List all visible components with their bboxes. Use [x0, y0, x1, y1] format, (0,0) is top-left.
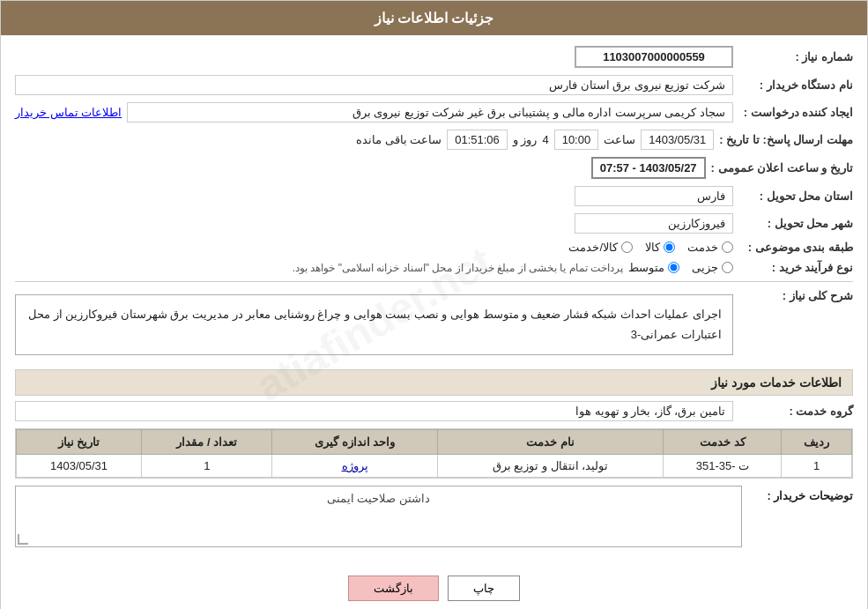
- city-row: شهر محل تحویل : فیروزکارزین: [15, 213, 853, 234]
- deadline-row: مهلت ارسال پاسخ: تا تاریخ : 1403/05/31 س…: [15, 130, 853, 150]
- purchase-type-radio-group: جزیی متوسط: [628, 261, 733, 274]
- creator-contact-link[interactable]: اطلاعات تماس خریدار: [15, 106, 122, 119]
- purchase-type-jozii-input[interactable]: [722, 262, 733, 273]
- deadline-time-label: ساعت: [604, 133, 635, 146]
- back-button[interactable]: بازگشت: [348, 576, 439, 601]
- category-radio-khadamat-label: خدمت: [687, 241, 718, 254]
- deadline-time: 10:00: [554, 130, 599, 150]
- page-header: جزئیات اطلاعات نیاز: [1, 1, 867, 35]
- col-code: کد خدمت: [664, 429, 782, 454]
- col-name: نام خدمت: [437, 429, 664, 454]
- announce-row: تاریخ و ساعت اعلان عمومی : 1403/05/27 - …: [15, 157, 853, 179]
- province-value: فارس: [575, 186, 733, 206]
- category-row: طبقه بندی موضوعی : خدمت کالا کالا/خدمت: [15, 241, 853, 254]
- purchase-type-jozii-label: جزیی: [692, 261, 718, 274]
- purchase-type-motavasset-input[interactable]: [668, 262, 679, 273]
- col-row: ردیف: [782, 429, 852, 454]
- category-radio-kala-label: کالا: [645, 241, 660, 254]
- col-date: تاریخ نیاز: [17, 429, 142, 454]
- category-radio-khadamat[interactable]: خدمت: [687, 241, 733, 254]
- divider-1: [15, 281, 853, 282]
- description-box: atiafinder.net اجرای عملیات احداث شبکه ف…: [15, 294, 733, 355]
- buyer-desc-label: توضیحات خریدار :: [747, 486, 853, 502]
- service-table-container: ردیف کد خدمت نام خدمت واحد اندازه گیری ت…: [15, 428, 853, 479]
- service-group-value: تامین برق، گاز، بخار و تهویه هوا: [15, 401, 733, 421]
- deadline-remaining-label: ساعت باقی مانده: [356, 133, 441, 146]
- purchase-type-jozii[interactable]: جزیی: [692, 261, 733, 274]
- description-row: شرح کلی نیاز : atiafinder.net اجرای عملی…: [15, 289, 853, 360]
- category-radio-kala-khadamat-label: کالا/خدمت: [568, 241, 618, 254]
- cell-name: تولید، انتقال و توزیع برق: [437, 454, 664, 477]
- service-table: ردیف کد خدمت نام خدمت واحد اندازه گیری ت…: [16, 429, 852, 478]
- cell-date: 1403/05/31: [17, 454, 142, 477]
- deadline-days: 4: [542, 133, 548, 146]
- creator-label: ایجاد کننده درخواست :: [738, 106, 853, 119]
- col-unit: واحد اندازه گیری: [272, 429, 437, 454]
- purchase-type-row: نوع فرآیند خرید : جزیی متوسط پرداخت تمام…: [15, 261, 853, 274]
- purchase-type-motavasset[interactable]: متوسط: [628, 261, 679, 274]
- city-value: فیروزکارزین: [575, 213, 733, 234]
- purchase-type-motavasset-label: متوسط: [628, 261, 664, 274]
- creator-value: سجاد کریمی سرپرست اداره مالی و پشتیبانی …: [127, 102, 733, 123]
- cell-row: 1: [782, 454, 852, 477]
- table-header-row: ردیف کد خدمت نام خدمت واحد اندازه گیری ت…: [17, 429, 852, 454]
- buyer-desc-box: داشتن صلاحیت ایمنی: [15, 486, 742, 547]
- category-radio-group: خدمت کالا کالا/خدمت: [568, 241, 733, 254]
- purchase-type-label: نوع فرآیند خرید :: [738, 261, 853, 274]
- category-label: طبقه بندی موضوعی :: [738, 241, 853, 254]
- buyer-name-row: نام دستگاه خریدار : شرکت توزیع نیروی برق…: [15, 75, 853, 95]
- announce-value: 1403/05/27 - 07:57: [591, 157, 706, 179]
- niyaz-number-value: 1103007000000559: [575, 46, 733, 68]
- description-text: اجرای عملیات احداث شبکه فشار ضعیف و متوس…: [28, 308, 722, 341]
- category-radio-kala-khadamat[interactable]: کالا/خدمت: [568, 241, 633, 254]
- buyer-desc-section: توضیحات خریدار : داشتن صلاحیت ایمنی: [15, 486, 853, 547]
- table-row: 1 ت -35-351 تولید، انتقال و توزیع برق پر…: [17, 454, 852, 477]
- category-radio-kala-input[interactable]: [664, 241, 675, 253]
- niyaz-number-label: شماره نیاز :: [738, 50, 853, 63]
- cell-unit[interactable]: پروژه: [272, 454, 437, 477]
- deadline-date: 1403/05/31: [641, 130, 714, 150]
- deadline-label: مهلت ارسال پاسخ: تا تاریخ :: [719, 133, 853, 146]
- print-button[interactable]: چاپ: [448, 576, 520, 601]
- city-label: شهر محل تحویل :: [738, 217, 853, 230]
- creator-row: ایجاد کننده درخواست : سجاد کریمی سرپرست …: [15, 102, 853, 123]
- resize-handle[interactable]: [18, 534, 28, 545]
- buyer-name-value: شرکت توزیع نیروی برق استان فارس: [15, 75, 733, 95]
- niyaz-number-row: شماره نیاز : 1103007000000559: [15, 46, 853, 68]
- footer-buttons: چاپ بازگشت: [1, 565, 867, 609]
- service-group-row: گروه خدمت : تامین برق، گاز، بخار و تهویه…: [15, 401, 853, 421]
- page-title: جزئیات اطلاعات نیاز: [375, 11, 494, 26]
- deadline-remaining: 01:51:06: [447, 130, 508, 150]
- category-radio-kala-khadamat-input[interactable]: [621, 241, 633, 253]
- purchase-type-note: پرداخت تمام یا بخشی از مبلغ خریدار از مح…: [293, 262, 623, 274]
- deadline-day-label: روز و: [513, 133, 538, 146]
- service-group-label: گروه خدمت :: [738, 405, 853, 418]
- cell-code: ت -35-351: [664, 454, 782, 477]
- col-qty: تعداد / مقدار: [142, 429, 272, 454]
- buyer-desc-text: داشتن صلاحیت ایمنی: [21, 492, 736, 505]
- category-radio-khadamat-input[interactable]: [722, 241, 733, 253]
- announce-label: تاریخ و ساعت اعلان عمومی :: [711, 161, 853, 175]
- province-row: استان محل تحویل : فارس: [15, 186, 853, 206]
- buyer-name-label: نام دستگاه خریدار :: [738, 78, 853, 92]
- service-info-title: اطلاعات خدمات مورد نیاز: [15, 369, 853, 396]
- cell-qty: 1: [142, 454, 272, 477]
- province-label: استان محل تحویل :: [738, 189, 853, 203]
- description-label: شرح کلی نیاز :: [738, 289, 853, 302]
- category-radio-kala[interactable]: کالا: [645, 241, 675, 254]
